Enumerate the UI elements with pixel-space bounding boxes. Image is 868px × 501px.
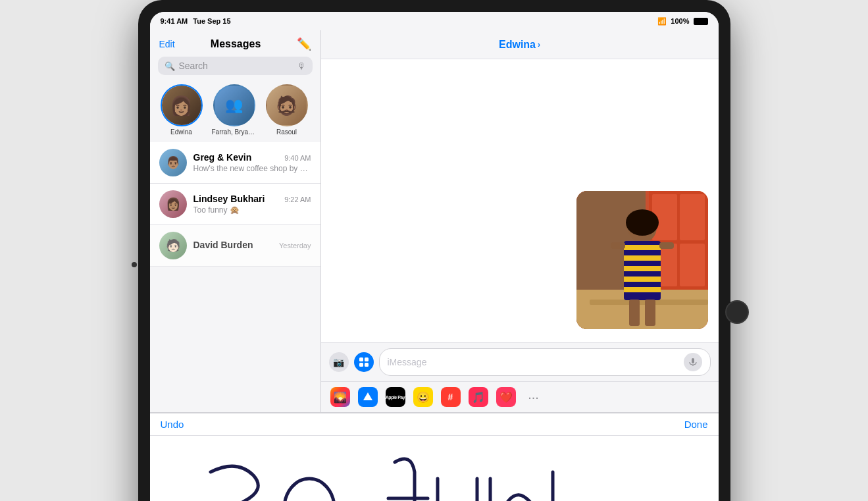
music-icon[interactable]: 🎵	[469, 387, 488, 407]
conv-item-david[interactable]: 🧑🏻 David Burden Yesterday	[150, 225, 320, 267]
svg-rect-25	[692, 358, 694, 363]
svg-rect-13	[624, 255, 661, 261]
conv-time-david: Yesterday	[279, 242, 311, 250]
pinned-row: 👩🏽 Edwina 👥 Farrah, Bryan &..	[150, 82, 320, 142]
battery-icon: 100%	[671, 17, 689, 25]
handwriting-toolbar: Undo Done	[150, 413, 719, 436]
conv-content-lindsey: Lindsey Bukhari 9:22 AM Too funny 🙊	[193, 194, 311, 215]
svg-rect-3	[680, 194, 705, 240]
undo-button[interactable]: Undo	[161, 419, 184, 430]
wifi-icon: 📶	[657, 17, 667, 26]
search-bar[interactable]: 🔍 Search 🎙	[158, 57, 313, 75]
conv-avatar-lindsey: 👩🏽	[159, 190, 187, 218]
imessage-placeholder: iMessage	[388, 357, 427, 367]
photo-content	[576, 191, 708, 329]
memoji-icon[interactable]: 😀	[413, 387, 433, 407]
more-apps-button[interactable]: ···	[524, 390, 544, 405]
pinned-avatar-edwina: 👩🏽	[161, 84, 203, 126]
photo-bubble	[576, 191, 708, 329]
imessage-input[interactable]: iMessage	[379, 348, 711, 376]
compose-button[interactable]: ✏️	[297, 37, 311, 51]
appstore-icon[interactable]	[358, 387, 378, 407]
conv-content-greg: Greg & Kevin 9:40 AM How's the new coffe…	[193, 152, 311, 173]
sidebar-title: Messages	[211, 38, 261, 50]
conv-name-greg: Greg & Kevin	[193, 152, 252, 163]
svg-rect-14	[624, 266, 661, 271]
sidebar: Edit Messages ✏️ 🔍 Search 🎙	[150, 30, 321, 412]
microphone-icon[interactable]: 🎙	[297, 61, 306, 71]
chevron-right-icon: ›	[538, 40, 540, 49]
message-area	[321, 59, 719, 342]
svg-rect-23	[359, 363, 363, 367]
svg-rect-17	[611, 242, 625, 249]
side-indicator	[132, 262, 137, 267]
pinned-name-edwina: Edwina	[170, 128, 192, 136]
svg-rect-19	[629, 300, 640, 326]
status-bar: 9:41 AM Tue Sep 15 📶 100%	[150, 12, 719, 30]
pinned-contact-group[interactable]: 👥 Farrah, Bryan &...	[212, 84, 257, 136]
apps-button[interactable]	[354, 352, 374, 372]
edit-button[interactable]: Edit	[159, 39, 175, 49]
conv-name-david: David Burden	[193, 240, 253, 250]
svg-rect-12	[624, 245, 661, 250]
conv-item-lindsey[interactable]: 👩🏽 Lindsey Bukhari 9:22 AM Too funny 🙊	[150, 184, 320, 225]
pinned-avatar-rasoul: 🧔🏽	[266, 84, 308, 126]
conversation-contact-name[interactable]: Edwina	[499, 39, 536, 51]
home-button[interactable]	[725, 300, 749, 324]
pinned-name-rasoul: Rasoul	[276, 128, 297, 136]
conv-name-lindsey: Lindsey Bukhari	[193, 194, 265, 204]
hashtag-icon[interactable]: #	[441, 387, 461, 407]
sidebar-header: Edit Messages ✏️	[150, 30, 320, 57]
app-strip: 🌄 Apple Pay 😀 # 🎵 ❤️ ···	[321, 381, 719, 412]
camera-button[interactable]: 📷	[329, 352, 349, 372]
conv-time-greg: 9:40 AM	[284, 154, 311, 162]
done-button[interactable]: Done	[684, 419, 708, 430]
pinned-name-group: Farrah, Bryan &...	[212, 128, 257, 136]
handwriting-panel: Undo Done	[150, 412, 719, 501]
conversation-pane: Edwina ›	[321, 30, 719, 412]
battery-bar	[694, 18, 708, 25]
photo-message[interactable]	[332, 191, 708, 329]
svg-rect-22	[365, 357, 369, 361]
svg-rect-16	[624, 287, 661, 292]
audio-button[interactable]	[684, 353, 702, 371]
svg-rect-15	[624, 277, 661, 282]
svg-rect-18	[659, 242, 674, 249]
conv-preview-greg: How's the new coffee shop by you guys?	[193, 164, 311, 173]
conv-time-lindsey: 9:22 AM	[284, 196, 311, 203]
conv-content-david: David Burden Yesterday	[193, 240, 311, 251]
ipad-screen: 9:41 AM Tue Sep 15 📶 100% Edit Messages …	[150, 12, 719, 501]
conv-avatar-greg: 👨🏽	[159, 149, 187, 176]
conv-preview-lindsey: Too funny 🙊	[193, 205, 311, 215]
svg-point-10	[626, 209, 659, 236]
conversation-header: Edwina ›	[321, 30, 719, 59]
ipad-frame: 9:41 AM Tue Sep 15 📶 100% Edit Messages …	[138, 0, 730, 501]
svg-point-27	[284, 479, 334, 501]
conv-avatar-david: 🧑🏻	[159, 232, 187, 259]
status-day: Tue Sep 15	[193, 17, 230, 25]
svg-rect-21	[359, 357, 363, 361]
digital-touch-icon[interactable]: ❤️	[496, 387, 516, 407]
pinned-avatar-group: 👥	[213, 84, 255, 126]
pinned-contact-edwina[interactable]: 👩🏽 Edwina	[161, 84, 203, 136]
photos-app-icon[interactable]: 🌄	[330, 387, 350, 407]
conversation-list: 👨🏽 Greg & Kevin 9:40 AM How's the new co…	[150, 142, 320, 412]
input-bar: 📷 iMessage	[321, 342, 719, 381]
search-icon: 🔍	[165, 61, 175, 71]
handwriting-canvas[interactable]	[150, 436, 719, 501]
svg-rect-5	[680, 244, 705, 286]
conv-item-greg[interactable]: 👨🏽 Greg & Kevin 9:40 AM How's the new co…	[150, 142, 320, 184]
svg-rect-24	[365, 363, 369, 367]
svg-rect-20	[645, 300, 655, 326]
search-input[interactable]: Search	[179, 61, 294, 71]
status-time: 9:41 AM	[161, 17, 188, 25]
main-content: Edit Messages ✏️ 🔍 Search 🎙	[150, 30, 719, 412]
applepay-icon[interactable]: Apple Pay	[386, 387, 405, 407]
pinned-contact-rasoul[interactable]: 🧔🏽 Rasoul	[266, 84, 308, 136]
